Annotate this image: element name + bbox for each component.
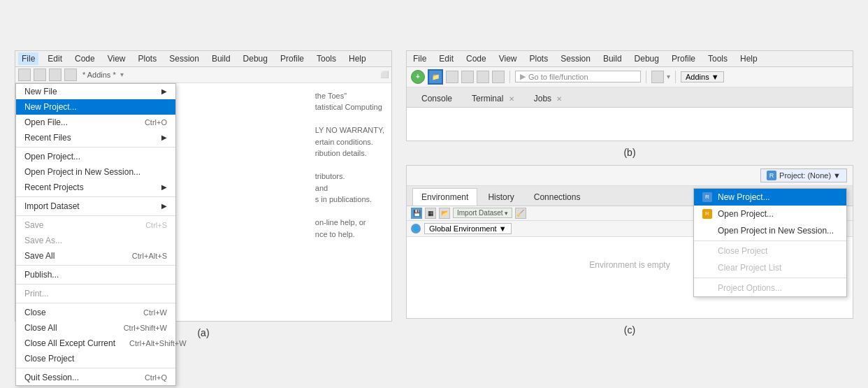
menu-item-open-project[interactable]: Open Project...	[16, 149, 175, 164]
menu-item-print[interactable]: Print...	[16, 286, 175, 301]
menu-tools[interactable]: Tools	[313, 52, 340, 65]
tab-history[interactable]: History	[479, 188, 523, 206]
proj-new-project-label: New Project...	[718, 192, 770, 202]
menu-item-save[interactable]: Save Ctrl+S	[16, 217, 175, 233]
menu-b-session[interactable]: Session	[557, 52, 594, 65]
proj-dropdown-project-options: Project Options...	[694, 280, 846, 296]
menu-file[interactable]: File	[18, 52, 38, 65]
clear-icon-c-symbol: 🧹	[516, 210, 524, 217]
tab-terminal[interactable]: Terminal ✕	[463, 89, 523, 107]
menu-b-edit[interactable]: Edit	[435, 52, 457, 65]
menu-b-profile[interactable]: Profile	[668, 52, 699, 65]
menu-item-save-as[interactable]: Save As...	[16, 233, 175, 248]
menu-build[interactable]: Build	[208, 52, 234, 65]
project-badge[interactable]: R Project: (None) ▼	[760, 168, 847, 182]
menu-item-recent-files[interactable]: Recent Files ▶	[16, 130, 175, 145]
go-to-file-arrow: ▶	[520, 72, 526, 81]
panel-c-header: R Project: (None) ▼	[407, 166, 853, 186]
menu-b-tools[interactable]: Tools	[704, 52, 731, 65]
menu-item-close[interactable]: Close Ctrl+W	[16, 305, 175, 320]
menu-item-import-dataset-label: Import Dataset	[24, 201, 80, 211]
menu-view[interactable]: View	[104, 52, 129, 65]
clear-icon-c[interactable]: 🧹	[515, 208, 526, 219]
menu-edit[interactable]: Edit	[44, 52, 66, 65]
label-a: (a)	[197, 327, 209, 338]
menu-item-quit-session[interactable]: Quit Session... Ctrl+Q	[16, 370, 175, 385]
sep-1	[16, 147, 175, 148]
tab-terminal-close[interactable]: ✕	[509, 95, 514, 103]
menu-item-close-all[interactable]: Close All Ctrl+Shift+W	[16, 320, 175, 336]
menu-item-save-all-label: Save All	[24, 251, 55, 261]
menu-item-open-file[interactable]: Open File... Ctrl+O	[16, 115, 175, 130]
menu-b-plots[interactable]: Plots	[526, 52, 552, 65]
menu-b-file[interactable]: File	[410, 52, 430, 65]
proj-new-icon: R	[702, 192, 712, 202]
proj-open-project-label: Open Project...	[718, 209, 774, 219]
menu-profile[interactable]: Profile	[277, 52, 308, 65]
menu-b-view[interactable]: View	[496, 52, 521, 65]
toolbar-icon-b-4[interactable]	[461, 71, 474, 83]
recent-projects-arrow: ▶	[161, 183, 167, 191]
sep-toolbar-b-2	[646, 71, 646, 83]
import-dataset-arrow: ▶	[161, 202, 167, 210]
tab-console[interactable]: Console	[412, 89, 461, 107]
open-icon-c[interactable]: 📂	[439, 208, 450, 219]
toolbar-icon-b-6[interactable]	[492, 71, 505, 83]
toolbar-icon-3	[49, 69, 62, 81]
menu-item-close-project[interactable]: Close Project	[16, 351, 175, 366]
tab-jobs[interactable]: Jobs ✕	[525, 89, 572, 107]
proj-dropdown-open-new-session[interactable]: Open Project in New Session...	[694, 222, 846, 239]
new-file-arrow: ▶	[161, 87, 167, 95]
tabs-b: Console Terminal ✕ Jobs ✕	[407, 87, 853, 108]
tab-jobs-close[interactable]: ✕	[556, 95, 562, 103]
menu-plots[interactable]: Plots	[135, 52, 161, 65]
menu-item-new-file[interactable]: New File ▶	[16, 84, 175, 99]
new-button-b[interactable]: +	[411, 70, 425, 84]
go-to-file-box[interactable]: ▶ Go to file/function	[515, 71, 641, 82]
tab-environment[interactable]: Environment	[412, 188, 477, 206]
tab-environment-label: Environment	[421, 192, 468, 202]
menu-item-publish[interactable]: Publish...	[16, 267, 175, 282]
menu-b-code[interactable]: Code	[463, 52, 490, 65]
toolbar-icon-b-7[interactable]	[651, 71, 664, 83]
recent-files-arrow: ▶	[161, 134, 167, 141]
menu-item-open-project-new-session[interactable]: Open Project in New Session...	[16, 164, 175, 180]
menu-b-help[interactable]: Help	[737, 52, 761, 65]
menu-b-debug[interactable]: Debug	[631, 52, 663, 65]
addins-btn-b[interactable]: Addins ▼	[681, 71, 724, 82]
project-icon: R	[767, 171, 776, 180]
menu-help[interactable]: Help	[345, 52, 370, 65]
sep-toolbar-b	[509, 71, 510, 83]
toolbar-icon-b-5[interactable]	[477, 71, 489, 83]
menu-item-recent-projects[interactable]: Recent Projects ▶	[16, 180, 175, 195]
right-panels: File Edit Code View Plots Session Build …	[406, 50, 853, 336]
maximize-icon-a[interactable]: ⬜	[380, 71, 389, 78]
menu-item-new-project[interactable]: New Project...	[16, 99, 175, 115]
menu-item-close-all-except[interactable]: Close All Except Current Ctrl+Alt+Shift+…	[16, 336, 175, 351]
env-selector-label: Global Environment ▼	[429, 224, 507, 233]
menu-item-save-all[interactable]: Save All Ctrl+Alt+S	[16, 248, 175, 264]
open-button-b[interactable]: 📁	[428, 69, 443, 85]
sep-3	[16, 215, 175, 216]
proj-open-icon: R	[702, 209, 712, 219]
tab-connections[interactable]: Connections	[525, 188, 590, 206]
proj-dropdown-close-project: Close Project	[694, 243, 846, 259]
disk-icon-c[interactable]: ▦	[425, 208, 436, 219]
toolbar-icon-b-3[interactable]	[446, 71, 458, 83]
menu-code[interactable]: Code	[71, 52, 99, 65]
proj-clear-list-label: Clear Project List	[718, 263, 781, 273]
env-selector[interactable]: Global Environment ▼	[424, 223, 512, 234]
save-icon-c[interactable]: 💾	[411, 208, 422, 219]
proj-dropdown-new-project[interactable]: R New Project...	[694, 189, 846, 206]
menu-session[interactable]: Session	[166, 52, 203, 65]
proj-dropdown-clear-list: Clear Project List	[694, 259, 846, 276]
import-dataset-btn-c[interactable]: Import Dataset ▾	[453, 208, 512, 218]
menu-debug[interactable]: Debug	[240, 52, 271, 65]
editor-toolbar-a: * Addins * ▾ ⬜	[15, 67, 391, 83]
tab-history-label: History	[488, 192, 514, 202]
menu-item-close-all-except-label: Close All Except Current	[24, 338, 115, 348]
menu-item-import-dataset[interactable]: Import Dataset ▶	[16, 199, 175, 214]
menu-b-build[interactable]: Build	[600, 52, 625, 65]
proj-open-new-session-label: Open Project in New Session...	[718, 226, 834, 236]
proj-dropdown-open-project[interactable]: R Open Project...	[694, 206, 846, 222]
